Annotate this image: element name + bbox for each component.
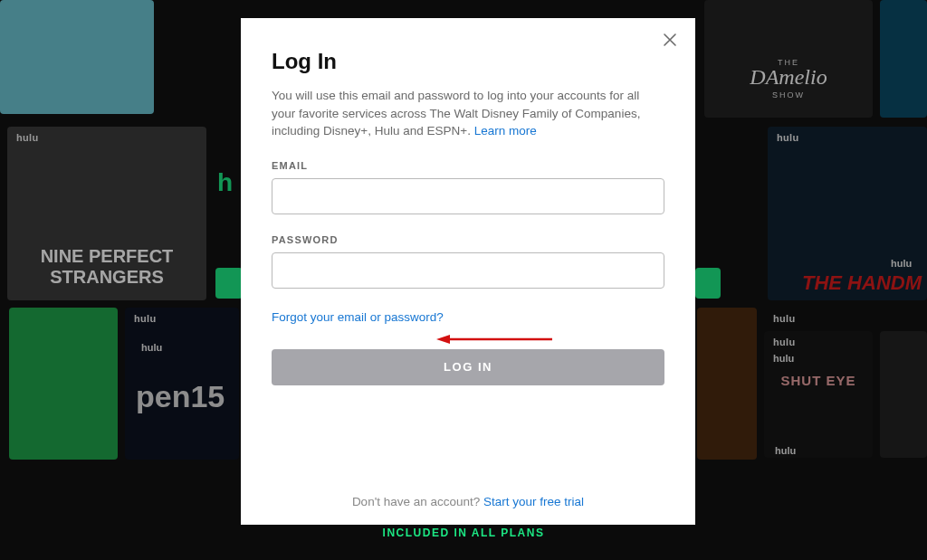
start-trial-link[interactable]: Start your free trial bbox=[483, 495, 584, 508]
forgot-password-link[interactable]: Forgot your email or password? bbox=[272, 310, 444, 324]
background-cta-fragment bbox=[215, 268, 243, 299]
modal-description-text: You will use this email and password to … bbox=[272, 89, 640, 138]
email-input[interactable] bbox=[272, 178, 664, 214]
tile-title: THE HANDM bbox=[802, 271, 922, 295]
tile-title: NINE PERFECT STRANGERS bbox=[16, 246, 197, 288]
no-account-text: Don't have an account? bbox=[352, 495, 483, 508]
modal-description: You will use this email and password to … bbox=[272, 87, 664, 140]
hulu-badge: hulu bbox=[777, 132, 798, 143]
hulu-badge: hulu bbox=[141, 342, 162, 353]
tile-title: DAmelio bbox=[704, 65, 873, 90]
password-input[interactable] bbox=[272, 252, 664, 289]
hulu-badge: hulu bbox=[891, 258, 912, 269]
password-label: PASSWORD bbox=[272, 234, 664, 245]
hulu-badge: hulu bbox=[16, 132, 38, 143]
hulu-badge: hulu bbox=[134, 313, 156, 324]
close-icon[interactable] bbox=[661, 31, 679, 49]
login-button[interactable]: LOG IN bbox=[272, 349, 664, 385]
email-label: EMAIL bbox=[272, 160, 664, 171]
hulu-badge: hulu bbox=[773, 353, 794, 364]
tile-title: pen15 bbox=[136, 379, 225, 414]
tile-title: SHUT EYE bbox=[764, 373, 873, 388]
hulu-badge: hulu bbox=[773, 313, 795, 324]
hulu-logo-fragment: h bbox=[217, 168, 233, 197]
modal-footer: Don't have an account? Start your free t… bbox=[241, 495, 695, 508]
learn-more-link[interactable]: Learn more bbox=[474, 124, 537, 138]
modal-title: Log In bbox=[272, 49, 664, 74]
login-modal: Log In You will use this email and passw… bbox=[241, 18, 695, 525]
hulu-badge: hulu bbox=[775, 445, 796, 456]
hulu-badge: hulu bbox=[773, 337, 795, 347]
plans-subheading: INCLUDED IN ALL PLANS bbox=[0, 527, 927, 539]
background-cta-fragment bbox=[695, 268, 721, 299]
tile-subtitle: SHOW bbox=[704, 90, 873, 100]
